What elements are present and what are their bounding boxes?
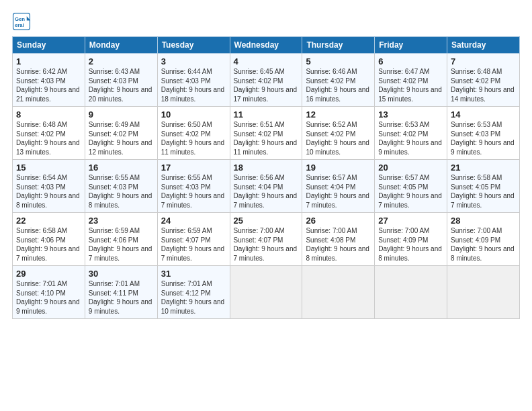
day-info: Sunrise: 6:54 AMSunset: 4:03 PMDaylight:…	[16, 174, 80, 209]
calendar-header-row: SundayMondayTuesdayWednesdayThursdayFrid…	[13, 37, 520, 54]
day-info: Sunrise: 7:00 AMSunset: 4:09 PMDaylight:…	[378, 227, 442, 262]
day-number: 4	[234, 56, 299, 66]
day-info: Sunrise: 6:48 AMSunset: 4:02 PMDaylight:…	[451, 68, 515, 103]
dow-header-sunday: Sunday	[13, 37, 85, 54]
day-number: 30	[89, 269, 154, 279]
svg-text:eral: eral	[15, 22, 24, 28]
calendar-cell: 25 Sunrise: 7:00 AMSunset: 4:07 PMDaylig…	[230, 213, 302, 266]
day-number: 3	[161, 56, 226, 66]
day-info: Sunrise: 6:49 AMSunset: 4:02 PMDaylight:…	[89, 121, 152, 156]
dow-header-friday: Friday	[375, 37, 447, 54]
calendar-cell: 1 Sunrise: 6:42 AMSunset: 4:03 PMDayligh…	[13, 54, 85, 107]
calendar-cell: 17 Sunrise: 6:55 AMSunset: 4:03 PMDaylig…	[157, 160, 230, 213]
calendar-cell: 15 Sunrise: 6:54 AMSunset: 4:03 PMDaylig…	[13, 160, 85, 213]
calendar-cell: 31 Sunrise: 7:01 AMSunset: 4:12 PMDaylig…	[157, 266, 230, 319]
calendar-week-2: 8 Sunrise: 6:48 AMSunset: 4:02 PMDayligh…	[13, 107, 520, 160]
dow-header-thursday: Thursday	[302, 37, 375, 54]
calendar-cell: 13 Sunrise: 6:53 AMSunset: 4:02 PMDaylig…	[375, 107, 447, 160]
calendar-cell: 24 Sunrise: 6:59 AMSunset: 4:07 PMDaylig…	[157, 213, 230, 266]
day-number: 18	[234, 163, 299, 173]
calendar-cell: 8 Sunrise: 6:48 AMSunset: 4:02 PMDayligh…	[13, 107, 85, 160]
calendar-week-1: 1 Sunrise: 6:42 AMSunset: 4:03 PMDayligh…	[13, 54, 520, 107]
day-info: Sunrise: 6:59 AMSunset: 4:06 PMDaylight:…	[89, 227, 152, 262]
calendar-week-3: 15 Sunrise: 6:54 AMSunset: 4:03 PMDaylig…	[13, 160, 520, 213]
day-info: Sunrise: 6:51 AMSunset: 4:02 PMDaylight:…	[234, 121, 298, 156]
calendar-cell: 12 Sunrise: 6:52 AMSunset: 4:02 PMDaylig…	[302, 107, 375, 160]
calendar-cell: 27 Sunrise: 7:00 AMSunset: 4:09 PMDaylig…	[375, 213, 447, 266]
calendar-cell: 9 Sunrise: 6:49 AMSunset: 4:02 PMDayligh…	[85, 107, 157, 160]
day-number: 20	[378, 163, 443, 173]
day-info: Sunrise: 6:47 AMSunset: 4:02 PMDaylight:…	[378, 68, 442, 103]
day-number: 2	[89, 56, 154, 66]
calendar-cell: 16 Sunrise: 6:55 AMSunset: 4:03 PMDaylig…	[85, 160, 157, 213]
dow-header-tuesday: Tuesday	[157, 37, 230, 54]
day-info: Sunrise: 6:53 AMSunset: 4:03 PMDaylight:…	[451, 121, 515, 156]
calendar-cell: 5 Sunrise: 6:46 AMSunset: 4:02 PMDayligh…	[302, 54, 375, 107]
calendar-cell: 14 Sunrise: 6:53 AMSunset: 4:03 PMDaylig…	[447, 107, 520, 160]
day-number: 15	[16, 163, 81, 173]
calendar-cell	[230, 266, 302, 319]
calendar-week-5: 29 Sunrise: 7:01 AMSunset: 4:10 PMDaylig…	[13, 266, 520, 319]
day-number: 24	[161, 216, 226, 226]
day-info: Sunrise: 6:52 AMSunset: 4:02 PMDaylight:…	[306, 121, 369, 156]
dow-header-monday: Monday	[85, 37, 157, 54]
calendar-cell	[447, 266, 520, 319]
day-number: 7	[451, 56, 516, 66]
day-number: 25	[234, 216, 299, 226]
day-number: 23	[89, 216, 154, 226]
day-info: Sunrise: 6:58 AMSunset: 4:05 PMDaylight:…	[451, 174, 515, 209]
calendar-body: 1 Sunrise: 6:42 AMSunset: 4:03 PMDayligh…	[13, 54, 520, 319]
day-info: Sunrise: 6:44 AMSunset: 4:03 PMDaylight:…	[161, 68, 225, 103]
day-number: 21	[451, 163, 516, 173]
day-info: Sunrise: 6:43 AMSunset: 4:03 PMDaylight:…	[89, 68, 152, 103]
day-number: 6	[378, 56, 443, 66]
dow-header-saturday: Saturday	[447, 37, 520, 54]
calendar-cell: 29 Sunrise: 7:01 AMSunset: 4:10 PMDaylig…	[13, 266, 85, 319]
day-info: Sunrise: 6:56 AMSunset: 4:04 PMDaylight:…	[234, 174, 298, 209]
calendar-cell: 19 Sunrise: 6:57 AMSunset: 4:04 PMDaylig…	[302, 160, 375, 213]
day-number: 8	[16, 109, 81, 120]
dow-header-wednesday: Wednesday	[230, 37, 302, 54]
day-info: Sunrise: 6:53 AMSunset: 4:02 PMDaylight:…	[378, 121, 442, 156]
calendar-week-4: 22 Sunrise: 6:58 AMSunset: 4:06 PMDaylig…	[13, 213, 520, 266]
day-number: 28	[451, 216, 516, 226]
day-info: Sunrise: 6:46 AMSunset: 4:02 PMDaylight:…	[306, 68, 369, 103]
calendar-cell: 10 Sunrise: 6:50 AMSunset: 4:02 PMDaylig…	[157, 107, 230, 160]
calendar-cell: 4 Sunrise: 6:45 AMSunset: 4:02 PMDayligh…	[230, 54, 302, 107]
day-info: Sunrise: 6:59 AMSunset: 4:07 PMDaylight:…	[161, 227, 225, 262]
day-number: 16	[89, 163, 154, 173]
day-info: Sunrise: 6:57 AMSunset: 4:04 PMDaylight:…	[306, 174, 369, 209]
day-number: 19	[306, 163, 371, 173]
day-number: 9	[89, 109, 154, 120]
day-number: 13	[378, 109, 443, 120]
day-info: Sunrise: 7:00 AMSunset: 4:07 PMDaylight:…	[234, 227, 298, 262]
day-number: 14	[451, 109, 516, 120]
day-number: 5	[306, 56, 371, 66]
day-info: Sunrise: 6:45 AMSunset: 4:02 PMDaylight:…	[234, 68, 298, 103]
day-info: Sunrise: 7:01 AMSunset: 4:12 PMDaylight:…	[161, 280, 225, 315]
calendar-cell: 2 Sunrise: 6:43 AMSunset: 4:03 PMDayligh…	[85, 54, 157, 107]
day-number: 27	[378, 216, 443, 226]
calendar-cell: 23 Sunrise: 6:59 AMSunset: 4:06 PMDaylig…	[85, 213, 157, 266]
day-info: Sunrise: 6:42 AMSunset: 4:03 PMDaylight:…	[16, 68, 80, 103]
day-number: 1	[16, 56, 81, 66]
day-number: 22	[16, 216, 81, 226]
day-number: 29	[16, 269, 81, 279]
day-number: 17	[161, 163, 226, 173]
day-number: 11	[234, 109, 299, 120]
day-info: Sunrise: 7:01 AMSunset: 4:11 PMDaylight:…	[89, 280, 152, 315]
logo-icon: Gen eral	[12, 12, 31, 31]
calendar-cell: 28 Sunrise: 7:00 AMSunset: 4:09 PMDaylig…	[447, 213, 520, 266]
calendar-cell: 7 Sunrise: 6:48 AMSunset: 4:02 PMDayligh…	[447, 54, 520, 107]
day-info: Sunrise: 7:01 AMSunset: 4:10 PMDaylight:…	[16, 280, 80, 315]
day-info: Sunrise: 6:50 AMSunset: 4:02 PMDaylight:…	[161, 121, 225, 156]
calendar-cell: 18 Sunrise: 6:56 AMSunset: 4:04 PMDaylig…	[230, 160, 302, 213]
svg-text:Gen: Gen	[15, 16, 25, 22]
calendar-cell: 26 Sunrise: 7:00 AMSunset: 4:08 PMDaylig…	[302, 213, 375, 266]
day-number: 12	[306, 109, 371, 120]
day-info: Sunrise: 7:00 AMSunset: 4:08 PMDaylight:…	[306, 227, 369, 262]
calendar-table: SundayMondayTuesdayWednesdayThursdayFrid…	[12, 36, 520, 319]
day-info: Sunrise: 6:55 AMSunset: 4:03 PMDaylight:…	[161, 174, 225, 209]
page-container: Gen eral SundayMondayTuesdayWednesdayThu…	[0, 0, 532, 326]
calendar-cell: 22 Sunrise: 6:58 AMSunset: 4:06 PMDaylig…	[13, 213, 85, 266]
